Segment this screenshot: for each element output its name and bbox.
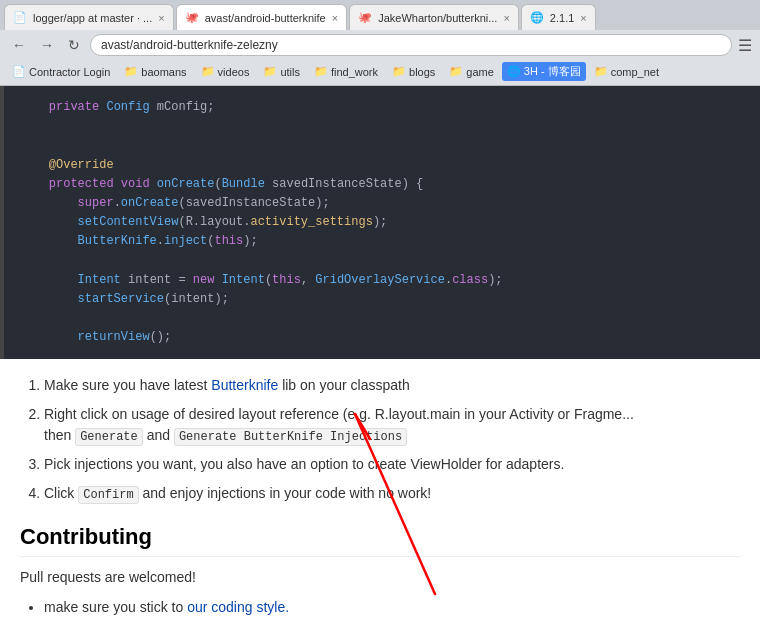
- bookmark-contractor-login[interactable]: 📄 Contractor Login: [6, 63, 116, 80]
- bookmark-utils[interactable]: 📁 utils: [257, 63, 306, 80]
- coding-style-link[interactable]: our coding style.: [187, 599, 289, 615]
- step-3-text: Pick injections you want, you also have …: [44, 456, 564, 472]
- address-bar-row: ← → ↻ ☰: [0, 30, 760, 60]
- bookmark-find-work[interactable]: 📁 find_work: [308, 63, 384, 80]
- bookmark-label-utils: utils: [280, 66, 300, 78]
- step-4-text-after: and enjoy injections in your code with n…: [143, 485, 432, 501]
- bookmarks-bar: 📄 Contractor Login 📁 baomans 📁 videos 📁 …: [0, 60, 760, 86]
- contributing-title: Contributing: [20, 524, 740, 557]
- tab-close-avast[interactable]: ×: [332, 12, 338, 24]
- browser-chrome: 📄 logger/app at master · ... × 🐙 avast/a…: [0, 0, 760, 86]
- code-line-6: super.onCreate(savedInstanceState);: [20, 194, 744, 213]
- content-with-arrow: Make sure you have latest Butterknife li…: [0, 359, 760, 628]
- step-2-text-then: then: [44, 427, 75, 443]
- reload-button[interactable]: ↻: [64, 35, 84, 55]
- bookmark-game[interactable]: 📁 game: [443, 63, 500, 80]
- step-4: Click Confirm and enjoy injections in yo…: [44, 483, 740, 504]
- page-content: private Config mConfig; @Override protec…: [0, 86, 760, 628]
- bookmark-icon-compnet: 📁: [594, 65, 608, 78]
- contrib-text-1-before: make sure you stick to: [44, 599, 187, 615]
- main-content: Make sure you have latest Butterknife li…: [0, 359, 760, 628]
- tab-bar: 📄 logger/app at master · ... × 🐙 avast/a…: [0, 0, 760, 30]
- tab-icon-version: 🌐: [530, 11, 544, 25]
- code-line-4: @Override: [20, 156, 744, 175]
- code-line-12: [20, 309, 744, 328]
- code-line-8: ButterKnife.inject(this);: [20, 232, 744, 251]
- bookmark-icon-baomans: 📁: [124, 65, 138, 78]
- bookmark-label-findwork: find_work: [331, 66, 378, 78]
- bookmark-label-contractor: Contractor Login: [29, 66, 110, 78]
- step-4-text-before: Click: [44, 485, 78, 501]
- contributing-item-1: make sure you stick to our coding style.: [44, 597, 740, 618]
- tab-jake[interactable]: 🐙 JakeWharton/butterkni... ×: [349, 4, 519, 30]
- bookmark-icon-videos: 📁: [201, 65, 215, 78]
- code-line-13: returnView();: [20, 328, 744, 347]
- butterknife-link[interactable]: Butterknife: [211, 377, 278, 393]
- bookmark-videos[interactable]: 📁 videos: [195, 63, 256, 80]
- bookmark-label-game: game: [466, 66, 494, 78]
- tab-label-version: 2.1.1: [550, 12, 574, 24]
- contributing-item-2: follow Getting Started with Plugin Devel…: [44, 624, 740, 628]
- step-1-text-after: lib on your classpath: [282, 377, 410, 393]
- code-block: private Config mConfig; @Override protec…: [0, 86, 760, 359]
- step-2-text-before: Right click on usage of desired layout r…: [44, 406, 634, 422]
- code-line-9: [20, 252, 744, 271]
- step-2-code2: Generate ButterKnife Injections: [174, 428, 407, 446]
- bookmark-label-compnet: comp_net: [611, 66, 659, 78]
- bookmark-label-baomans: baomans: [141, 66, 186, 78]
- contributing-list: make sure you stick to our coding style.…: [20, 597, 740, 628]
- step-2-and: and: [147, 427, 174, 443]
- code-line-2: [20, 117, 744, 136]
- tab-logger[interactable]: 📄 logger/app at master · ... ×: [4, 4, 174, 30]
- step-1-text-before: Make sure you have latest: [44, 377, 211, 393]
- bookmark-label-blogs: blogs: [409, 66, 435, 78]
- tab-label-avast: avast/android-butterknife: [205, 12, 326, 24]
- code-line-11: startService(intent);: [20, 290, 744, 309]
- tab-close-version[interactable]: ×: [580, 12, 586, 24]
- step-1: Make sure you have latest Butterknife li…: [44, 375, 740, 396]
- menu-icon[interactable]: ☰: [738, 36, 752, 55]
- tab-version[interactable]: 🌐 2.1.1 ×: [521, 4, 596, 30]
- bookmark-3h[interactable]: 🌐 3H - 博客园: [502, 62, 586, 81]
- bookmark-blogs[interactable]: 📁 blogs: [386, 63, 441, 80]
- tab-label-jake: JakeWharton/butterkni...: [378, 12, 497, 24]
- tab-icon-jake: 🐙: [358, 11, 372, 25]
- tab-avast[interactable]: 🐙 avast/android-butterknife ×: [176, 4, 348, 30]
- address-input[interactable]: [90, 34, 732, 56]
- tab-close-logger[interactable]: ×: [158, 12, 164, 24]
- code-line-5: protected void onCreate(Bundle savedInst…: [20, 175, 744, 194]
- step-2-code1: Generate: [75, 428, 143, 446]
- bookmark-label-3h: 3H - 博客园: [524, 64, 581, 79]
- code-line-7: setContentView(R.layout.activity_setting…: [20, 213, 744, 232]
- back-button[interactable]: ←: [8, 35, 30, 55]
- contributing-intro: Pull requests are welcomed!: [20, 569, 740, 585]
- forward-button[interactable]: →: [36, 35, 58, 55]
- bookmark-icon-game: 📁: [449, 65, 463, 78]
- tab-icon-logger: 📄: [13, 11, 27, 25]
- bookmark-icon-3h: 🌐: [507, 65, 521, 78]
- steps-list: Make sure you have latest Butterknife li…: [20, 375, 740, 504]
- bookmark-icon-findwork: 📁: [314, 65, 328, 78]
- step-3: Pick injections you want, you also have …: [44, 454, 740, 475]
- bookmark-compnet[interactable]: 📁 comp_net: [588, 63, 665, 80]
- tab-icon-avast: 🐙: [185, 11, 199, 25]
- tab-close-jake[interactable]: ×: [503, 12, 509, 24]
- step-4-code: Confirm: [78, 486, 138, 504]
- bookmark-label-videos: videos: [218, 66, 250, 78]
- bookmark-baomans[interactable]: 📁 baomans: [118, 63, 192, 80]
- code-line-3: [20, 136, 744, 155]
- tab-label-logger: logger/app at master · ...: [33, 12, 152, 24]
- bookmark-icon-utils: 📁: [263, 65, 277, 78]
- bookmark-icon-contractor: 📄: [12, 65, 26, 78]
- bookmark-icon-blogs: 📁: [392, 65, 406, 78]
- code-line-1: private Config mConfig;: [20, 98, 744, 117]
- code-line-10: Intent intent = new Intent(this, GridOve…: [20, 271, 744, 290]
- step-2: Right click on usage of desired layout r…: [44, 404, 740, 446]
